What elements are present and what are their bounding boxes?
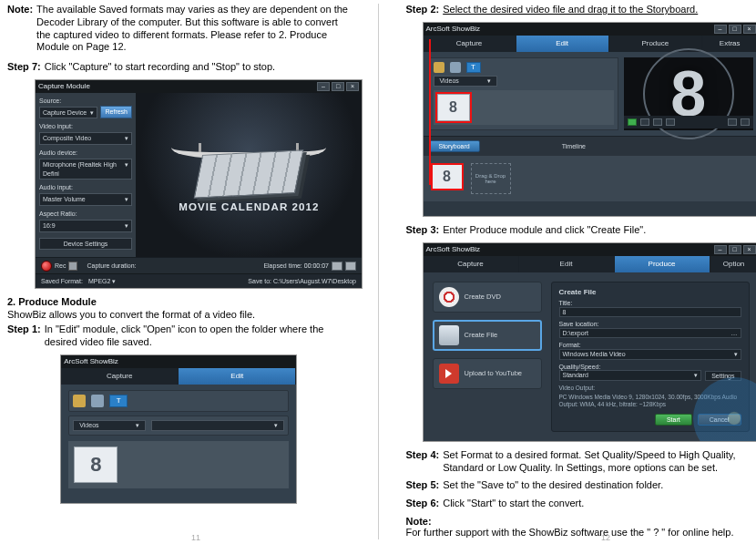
start-button[interactable]: Start — [655, 414, 692, 426]
settings-icon[interactable] — [345, 262, 356, 271]
step-7: Step 7: Click "Capture" to start recordi… — [7, 61, 351, 74]
capture-window-title: Capture Module — [38, 82, 90, 90]
import-icon[interactable] — [450, 62, 461, 73]
media-source-dropdown[interactable]: ▾ — [151, 420, 284, 431]
step-4-label: Step 4: — [406, 449, 440, 475]
storyboard-thumb-8[interactable]: 8 — [431, 163, 464, 190]
chevron-down-icon: ▾ — [125, 134, 128, 143]
section-2-title: 2. Produce Module — [7, 296, 351, 307]
step-5: Step 5: Set the "Save to" to the desired… — [406, 479, 750, 492]
step-5-label: Step 5: — [406, 479, 440, 492]
record-button[interactable] — [41, 261, 52, 272]
chevron-down-icon: ▾ — [112, 278, 116, 284]
close-icon[interactable]: × — [346, 82, 359, 91]
drop-target[interactable]: Drag & Drop here — [471, 163, 511, 194]
record-label: Rec — [55, 262, 66, 269]
save-to-value: C:\Users\August.W7\Desktop — [273, 278, 356, 284]
storyboard-strip[interactable]: 8 Drag & Drop here — [424, 156, 757, 201]
quality-dropdown[interactable]: Standard▾ — [559, 370, 702, 381]
playback-controls — [624, 116, 753, 128]
tab-edit[interactable]: Edit — [516, 36, 609, 52]
elapsed-time: Elapsed time: 00:00:07 — [263, 262, 329, 269]
prev-button[interactable] — [640, 118, 649, 126]
tab-capture[interactable]: Capture — [424, 256, 519, 272]
minimize-icon[interactable]: – — [714, 245, 727, 254]
media-thumb-8[interactable]: 8 — [74, 446, 117, 483]
minimize-icon[interactable]: – — [317, 82, 330, 91]
aspect-ratio-label: Aspect Ratio: — [39, 210, 132, 219]
video-input-dropdown[interactable]: Composite Video▾ — [39, 132, 132, 145]
step-5-body: Set the "Save to" to the desired destina… — [443, 479, 749, 492]
note-saved-formats: Note: The available Saved formats may va… — [7, 4, 351, 54]
browse-icon[interactable]: … — [731, 330, 738, 336]
saved-format-label: Saved Format: — [41, 278, 83, 284]
audio-input-label: Audio input: — [39, 183, 132, 192]
panel-title: Create File — [559, 288, 741, 296]
next-button[interactable] — [653, 118, 662, 126]
capture-body: Source: Capture Device▾ Refresh Video in… — [36, 93, 362, 258]
aspect-ratio-dropdown[interactable]: 16:9▾ — [39, 220, 132, 232]
produce-window-title: ArcSoft ShowBiz — [426, 245, 481, 253]
timeline-tab[interactable]: Timeline — [562, 143, 586, 149]
preview-scene: MOVIE CALENDAR 2012 — [136, 93, 362, 258]
media-thumb-8[interactable]: 8 — [437, 94, 470, 121]
format-dropdown[interactable]: Windows Media Video▾ — [559, 349, 741, 360]
capture-duration-group: Capture duration: — [87, 262, 136, 269]
step-6-body: Click "Start" to start the convert. — [443, 498, 749, 510]
option-create-file[interactable]: Create File — [433, 320, 542, 351]
step-4: Step 4: Set Format to a desired format. … — [406, 449, 750, 475]
text-tool-button[interactable]: T — [466, 62, 481, 73]
stop-button[interactable] — [666, 118, 675, 126]
capture-window-titlebar: Capture Module – □ × — [36, 80, 362, 93]
capture-statusbar: Rec Capture duration: Elapsed time: 00:0… — [36, 257, 362, 273]
step-4-body: Set Format to a desired format. Set Qual… — [443, 449, 749, 475]
edit-window-title: ArcSoft ShowBiz — [64, 357, 118, 365]
open-folder-icon[interactable] — [73, 395, 86, 407]
audio-device-label: Audio device: — [39, 149, 132, 158]
play-button[interactable] — [628, 118, 637, 126]
tab-option[interactable]: Option — [710, 256, 757, 272]
step-7-body: Click "Capture" to start recording and "… — [45, 61, 351, 74]
save-location-input[interactable]: D:\export… — [559, 328, 741, 338]
refresh-button[interactable]: Refresh — [100, 106, 132, 119]
snapshot-icon[interactable] — [332, 262, 342, 271]
option-create-dvd[interactable]: Create DVD — [433, 282, 542, 313]
stop-button[interactable] — [68, 262, 77, 271]
capture-preview: MOVIE CALENDAR 2012 — [136, 93, 362, 258]
device-settings-button[interactable]: Device Settings — [39, 238, 132, 251]
title-input[interactable]: 8 — [559, 307, 741, 317]
window-buttons: – □ × — [714, 25, 756, 34]
tab-produce[interactable]: Produce — [615, 256, 710, 272]
tab-capture[interactable]: Capture — [61, 368, 179, 385]
close-icon[interactable]: × — [743, 25, 756, 34]
page-divider — [378, 4, 379, 539]
save-to-label: Save to: — [248, 278, 271, 284]
tab-edit[interactable]: Edit — [519, 256, 615, 272]
minimize-icon[interactable]: – — [714, 25, 727, 34]
maximize-icon[interactable]: □ — [729, 245, 741, 254]
maximize-icon[interactable]: □ — [332, 82, 344, 91]
produce-tabs: Capture Edit Produce Option — [424, 256, 757, 272]
fullscreen-icon[interactable] — [741, 118, 750, 126]
source-dropdown[interactable]: Capture Device▾ — [39, 107, 97, 119]
import-icon[interactable] — [91, 395, 104, 407]
open-folder-icon[interactable] — [434, 62, 444, 73]
tab-edit[interactable]: Edit — [179, 368, 296, 385]
close-icon[interactable]: × — [743, 245, 756, 254]
tab-capture[interactable]: Capture — [424, 36, 516, 52]
tab-extras[interactable]: Extras — [702, 36, 756, 52]
media-filter-row: Videos▾ ▾ — [68, 416, 289, 436]
media-type-dropdown[interactable]: Videos▾ — [434, 76, 497, 87]
audio-device-dropdown[interactable]: Microphone (Realtek High Defini▾ — [39, 159, 132, 180]
left-page: Note: The available Saved formats may va… — [7, 4, 360, 539]
capture-module-screenshot: Capture Module – □ × Source: Capture Dev… — [35, 79, 363, 290]
chevron-down-icon: ▾ — [694, 372, 698, 379]
option-upload-youtube[interactable]: Upload to YouTube — [433, 358, 542, 389]
maximize-icon[interactable]: □ — [729, 25, 741, 34]
media-type-dropdown[interactable]: Videos▾ — [73, 420, 146, 431]
volume-icon[interactable] — [728, 118, 737, 126]
saved-format-dropdown[interactable]: MPEG2 ▾ — [85, 278, 119, 284]
storyboard-tab[interactable]: Storyboard — [429, 140, 480, 152]
text-tool-button[interactable]: T — [109, 395, 128, 407]
audio-input-dropdown[interactable]: Master Volume▾ — [39, 193, 132, 206]
